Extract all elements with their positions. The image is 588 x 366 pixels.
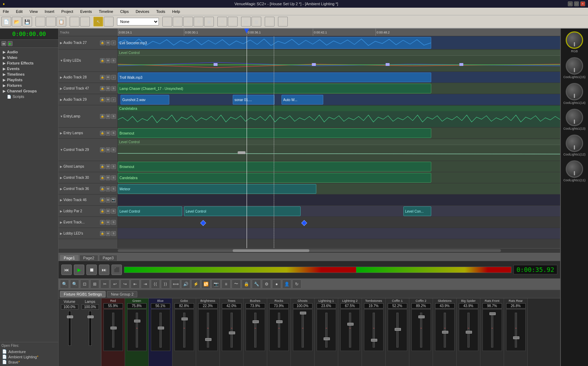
ch-red-thumb[interactable] [110,327,117,329]
transport-stop[interactable]: ⏹ [86,265,97,275]
ctrl30-lock[interactable]: 🔒 [100,175,105,180]
menu-events[interactable]: Events [79,9,93,14]
tb-paste[interactable]: 📋 [56,17,66,26]
ch-rocks-fader[interactable] [269,309,289,351]
clip-lamp-chaser[interactable]: Lamp Chaser (Chaser4_17 - Unsynched) [118,84,431,93]
ch-coffin1-fader[interactable] [388,309,407,351]
tree-timelines[interactable]: ▶ Timelines [1,71,57,77]
tb-mixer[interactable]: ⚌ [162,17,172,26]
ctrl36-solo[interactable]: S [111,186,116,191]
tb-tracks[interactable]: ⫶ [265,17,274,26]
track29-lock[interactable]: 🔒 [100,97,105,102]
ch-tombstones-thumb[interactable] [371,339,377,342]
track29-vol[interactable]: ♪ [111,97,116,102]
clip-auto-w[interactable]: Auto W... [281,95,323,105]
ch-ghosts-fader[interactable] [293,309,312,351]
ch-rats-front-fader[interactable] [482,309,502,351]
tool-zoom-out[interactable]: 🔍 [70,280,79,289]
tree-fixture-effects[interactable]: ▶ Fixture Effects [1,60,57,66]
tab-page2[interactable]: Page2 [79,255,98,261]
ch-blue-thumb[interactable] [158,327,164,329]
left-panel-rewind[interactable]: ⏮ [1,41,6,46]
tool-zoom-fit[interactable]: ⊡ [80,280,89,289]
tb-fx[interactable]: ⊞ [173,17,183,26]
mixer-tab-group2[interactable]: New Group 2 [107,291,137,297]
tree-fixtures[interactable]: ▶ Fixtures [1,83,57,88]
tool-snap-next[interactable]: ⇥ [141,280,150,289]
clip-sonar[interactable]: sonar 01.... [233,95,274,105]
event-diamond-2[interactable] [301,220,307,226]
tab-page3[interactable]: Page3 [99,255,118,261]
ghost-lock[interactable]: 🔒 [100,164,105,169]
ch-lightning1-thumb[interactable] [324,337,330,340]
tree-scripts[interactable]: 📄 Scripts [1,94,57,99]
tool-zoom-all[interactable]: ⊞ [90,280,99,289]
tree-audio[interactable]: ▶ Audio [1,49,57,55]
tool-fx[interactable]: ⚡ [191,280,200,289]
tool-camera[interactable]: 📷 [211,280,220,289]
ch-rocks-thumb[interactable] [276,320,283,323]
ctrl30-solo[interactable]: S [111,175,116,180]
tb-help[interactable]: ? [278,17,288,26]
ctrl47-mute[interactable]: M [106,86,110,91]
ch-tombstones-fader[interactable] [364,309,384,351]
ch-trees-fader[interactable] [222,309,241,351]
ch-bushes-thumb[interactable] [253,320,259,323]
elamps-solo[interactable]: S [111,131,116,136]
ctrl36-lock[interactable]: 🔒 [100,186,105,191]
tool-wrench[interactable]: 🔧 [252,280,261,289]
ch-trees-thumb[interactable] [229,331,235,334]
tb-arrow[interactable]: ↖ [93,17,103,26]
knob-cl15[interactable] [566,57,583,75]
ch-blue-fader[interactable] [151,309,170,351]
evt-mute[interactable]: M [106,220,110,225]
clip-troll-walk[interactable]: Troll Walk.mp3 [118,73,431,82]
volume-fader-thumb[interactable] [67,315,73,318]
knob-cl11[interactable] [566,160,583,178]
minimize-button[interactable]: ─ [568,1,573,6]
lleds-lock[interactable]: 🔒 [100,231,105,236]
track28-lock[interactable]: 🔒 [100,75,105,80]
lleds-mute[interactable]: M [106,231,110,236]
ch-lightning2-fader[interactable] [340,309,360,351]
elamp-lock[interactable]: 🔒 [100,114,105,119]
ch-big-spider-thumb[interactable] [466,331,472,334]
tool-settings[interactable]: ⚙ [262,280,271,289]
ch-lightning2-thumb[interactable] [347,323,354,326]
tb-mode-select[interactable]: None [117,18,159,25]
track27-solo[interactable]: ♪ [111,40,116,45]
knob-cl13[interactable] [566,109,583,126]
tool-expand[interactable]: ⟺ [171,280,180,289]
tool-undo[interactable]: ↩ [110,280,119,289]
lamps-fader-thumb[interactable] [87,315,94,318]
clip-brownout-1[interactable]: Brownout [118,128,431,138]
tab-page1[interactable]: Page1 [60,255,79,261]
ch-green-fader[interactable] [127,309,147,351]
evt-solo[interactable]: S [111,220,116,225]
lobby2-solo[interactable]: S [111,209,116,214]
ctrl30-mute[interactable]: M [106,175,110,180]
ch-rats-front-thumb[interactable] [489,312,496,315]
close-button[interactable]: ✕ [580,1,585,6]
tool-refresh[interactable]: ↻ [292,280,301,289]
ch-skeletons-thumb[interactable] [442,331,448,334]
tool-user[interactable]: 👤 [282,280,291,289]
menu-insert[interactable]: Insert [43,9,56,14]
ch-big-spider-fader[interactable] [459,309,478,351]
knob-rgb[interactable] [566,31,583,49]
tb-fades[interactable]: ≋ [183,17,193,26]
open-file-adventure[interactable]: 📄 Adventure [1,349,57,354]
maximize-button[interactable]: □ [574,1,579,6]
event-diamond-1[interactable] [200,220,206,226]
ch-lightning1-fader[interactable] [317,309,336,351]
menu-help[interactable]: Help [171,9,181,14]
clip-meteor[interactable]: Meteor [118,184,316,194]
ch-gobo-thumb[interactable] [181,318,188,320]
tb-open[interactable]: 📂 [12,17,22,26]
track28-mute[interactable]: M [106,75,110,80]
tool-scissors[interactable]: ✂ [100,280,109,289]
tb-monitor[interactable]: ▣ [204,17,214,26]
tool-snap-prev[interactable]: ⇤ [131,280,140,289]
menu-devices[interactable]: Devices [134,9,150,14]
ghost-mute[interactable]: M [106,164,110,169]
